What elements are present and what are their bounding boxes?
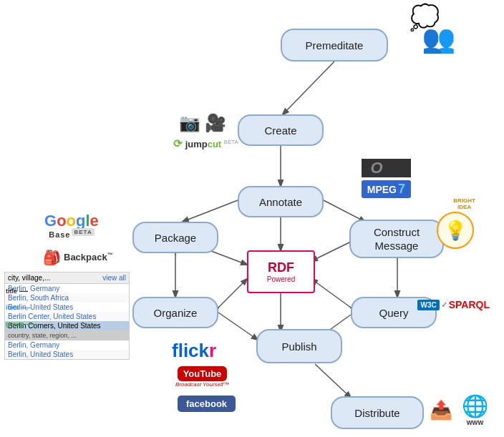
annotate-node: Annotate: [238, 186, 324, 217]
vomm-logo: VOMM: [362, 159, 411, 177]
sidebar-title: city, village,...: [8, 274, 50, 282]
video-icon: 🎥: [205, 113, 226, 133]
sidebar-separator: country, state, region, ...: [5, 330, 129, 340]
list-item: Berlin, United States: [5, 350, 129, 359]
organize-node: Organize: [132, 297, 218, 328]
export-icon: 📤: [430, 399, 452, 421]
query-label: Query: [379, 307, 409, 319]
www-area: 🌐 www: [462, 393, 488, 426]
bright-idea-label: BRIGHTIDEA: [453, 197, 475, 210]
label-group: group: [6, 320, 35, 328]
jumpcut-logo: ⟳ jumpcut BETA: [173, 137, 238, 150]
svg-line-6: [311, 242, 351, 261]
sidebar-labels: title item group: [6, 288, 35, 328]
distribute-node: Distribute: [331, 396, 424, 429]
diagram: Premeditate 💭 👥 📷 🎥 ⟳ jumpcut BETA Creat…: [0, 0, 504, 437]
facebook-logo: facebook: [178, 397, 236, 410]
list-item: Berlin, Germany: [5, 340, 129, 350]
publish-node: Publish: [256, 329, 342, 363]
label-item: item: [6, 304, 35, 311]
w3c-badge: W3C: [417, 300, 439, 310]
svg-line-14: [315, 364, 351, 398]
camera-icons: 📷 🎥: [179, 113, 226, 133]
codec-logos: VOMM MPEG 7: [362, 159, 411, 198]
svg-line-0: [283, 62, 334, 114]
mpeg-logo: MPEG 7: [362, 180, 411, 198]
lightbulb-icon: 💡: [437, 212, 474, 249]
construct-node: ConstructMessage: [349, 220, 444, 258]
organize-label: Organize: [154, 307, 198, 319]
svg-line-12: [218, 279, 247, 308]
www-icon: 🌐: [462, 393, 488, 418]
annotate-label: Annotate: [259, 196, 302, 208]
package-node: Package: [132, 222, 218, 253]
construct-label: ConstructMessage: [374, 225, 420, 253]
distribute-label: Distribute: [354, 407, 399, 419]
svg-line-3: [324, 200, 365, 222]
premeditate-node: Premeditate: [281, 29, 388, 62]
people-icon: 👥: [422, 23, 455, 54]
sidebar-viewall[interactable]: view all: [102, 274, 126, 282]
youtube-text: YouTube: [178, 366, 228, 381]
svg-line-10: [218, 313, 258, 340]
package-label: Package: [155, 232, 196, 244]
sparql-text: SPARQL: [449, 299, 490, 310]
create-label: Create: [264, 124, 296, 137]
www-label: www: [467, 418, 483, 426]
sparql-logo: W3C ✓ SPARQL: [417, 299, 490, 310]
flickr-logo: flickr: [172, 340, 216, 362]
sidebar-header: city, village,... view all: [5, 272, 129, 284]
camera-icon: 📷: [179, 113, 200, 133]
publish-label: Publish: [281, 340, 316, 353]
label-title: title: [6, 288, 35, 295]
google-base-area: Google BaseBETA: [44, 212, 99, 239]
youtube-logo: YouTube Broadcast Yourself™: [175, 366, 229, 388]
rdf-text: RDF: [268, 260, 294, 275]
rdf-node: RDF Powered: [247, 250, 315, 293]
svg-line-2: [183, 200, 238, 222]
svg-line-13: [311, 279, 351, 308]
rdf-subtext: Powered: [267, 275, 295, 283]
facebook-text: facebook: [178, 396, 236, 412]
backpack-logo: 🎒 Backpack™: [43, 249, 113, 266]
premeditate-label: Premeditate: [306, 39, 364, 51]
create-node: Create: [238, 114, 324, 146]
